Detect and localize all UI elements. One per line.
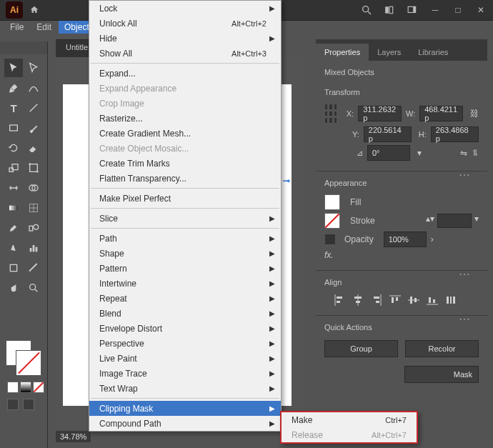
stroke-weight-stepper[interactable]: ▴▾ bbox=[426, 214, 434, 228]
shape-builder-tool-icon[interactable] bbox=[24, 179, 43, 197]
x-field[interactable]: 311.2632 p bbox=[358, 106, 402, 121]
direct-selection-tool-icon[interactable] bbox=[24, 59, 43, 77]
menu-item-gradient-mesh[interactable]: Create Gradient Mesh... bbox=[89, 126, 281, 141]
menu-item-pattern[interactable]: Pattern▶ bbox=[89, 261, 281, 276]
home-icon[interactable] bbox=[29, 5, 40, 15]
menu-item-show-all[interactable]: Show AllAlt+Ctrl+3 bbox=[89, 46, 281, 61]
more-options-icon[interactable]: ⋯ bbox=[459, 312, 472, 326]
menu-item-intertwine[interactable]: Intertwine▶ bbox=[89, 276, 281, 291]
menu-item-rasterize[interactable]: Rasterize... bbox=[89, 111, 281, 126]
menu-item-flatten-transparency[interactable]: Flatten Transparency... bbox=[89, 171, 281, 186]
gradient-tool-icon[interactable] bbox=[4, 199, 23, 217]
hand-tool-icon[interactable] bbox=[4, 279, 23, 297]
align-top-icon[interactable] bbox=[389, 294, 402, 307]
tab-layers[interactable]: Layers bbox=[369, 44, 409, 61]
artboard-tool-icon[interactable] bbox=[4, 259, 23, 277]
distribute-icon[interactable] bbox=[444, 294, 457, 307]
submenu-item-make[interactable]: MakeCtrl+7 bbox=[282, 412, 417, 427]
slice-tool-icon[interactable] bbox=[24, 259, 43, 277]
arrange-documents-icon[interactable] bbox=[383, 4, 396, 16]
align-right-icon[interactable] bbox=[370, 294, 383, 307]
stroke-swatch[interactable] bbox=[16, 350, 41, 376]
menu-item-shape[interactable]: Shape▶ bbox=[89, 246, 281, 261]
window-minimize-icon[interactable]: ─ bbox=[429, 4, 442, 16]
zoom-tool-icon[interactable] bbox=[24, 279, 43, 297]
eraser-tool-icon[interactable] bbox=[24, 139, 43, 157]
align-left-icon[interactable] bbox=[333, 294, 346, 307]
workspace-icon[interactable] bbox=[406, 4, 419, 16]
menu-item-lock[interactable]: Lock▶ bbox=[89, 1, 281, 16]
column-graph-tool-icon[interactable] bbox=[24, 239, 43, 257]
eyedropper-tool-icon[interactable] bbox=[4, 219, 23, 237]
menu-item-expand[interactable]: Expand... bbox=[89, 66, 281, 81]
blend-tool-icon[interactable] bbox=[24, 219, 43, 237]
paintbrush-tool-icon[interactable] bbox=[24, 119, 43, 137]
tab-libraries[interactable]: Libraries bbox=[409, 44, 457, 61]
fill-stroke-swatch[interactable] bbox=[6, 340, 41, 376]
menu-item-envelope-distort[interactable]: Envelope Distort▶ bbox=[89, 321, 281, 336]
stroke-weight-field[interactable] bbox=[437, 214, 472, 228]
menu-item-blend[interactable]: Blend▶ bbox=[89, 306, 281, 321]
mesh-tool-icon[interactable] bbox=[24, 199, 43, 217]
selection-tool-icon[interactable] bbox=[4, 59, 23, 77]
menu-item-unlock-all[interactable]: Unlock AllAlt+Ctrl+2 bbox=[89, 16, 281, 31]
menu-item-perspective[interactable]: Perspective▶ bbox=[89, 336, 281, 351]
group-button[interactable]: Group bbox=[324, 340, 398, 357]
rectangle-tool-icon[interactable] bbox=[4, 119, 23, 137]
link-icon[interactable]: ⛓ bbox=[470, 109, 479, 119]
menu-edit[interactable]: Edit bbox=[31, 21, 57, 34]
menu-item-live-paint[interactable]: Live Paint▶ bbox=[89, 351, 281, 366]
transform-title: Transform bbox=[324, 81, 479, 101]
opacity-dropdown-icon[interactable]: › bbox=[431, 234, 434, 244]
align-center-h-icon[interactable] bbox=[352, 294, 364, 307]
menu-item-path[interactable]: Path▶ bbox=[89, 231, 281, 246]
width-tool-icon[interactable] bbox=[4, 179, 23, 197]
fx-label[interactable]: fx. bbox=[324, 250, 334, 260]
curvature-tool-icon[interactable] bbox=[24, 79, 43, 97]
opacity-checkbox[interactable] bbox=[324, 234, 336, 245]
search-icon[interactable] bbox=[360, 4, 373, 16]
align-center-v-icon[interactable] bbox=[407, 294, 420, 307]
menu-item-repeat[interactable]: Repeat▶ bbox=[89, 291, 281, 306]
free-transform-tool-icon[interactable] bbox=[24, 159, 43, 177]
menu-file[interactable]: File bbox=[4, 21, 29, 34]
zoom-level[interactable]: 34.78% bbox=[56, 431, 91, 442]
stroke-dropdown-icon[interactable]: ▾ bbox=[474, 214, 479, 228]
screen-mode-icons[interactable] bbox=[7, 399, 34, 410]
menu-item-compound-path[interactable]: Compound Path▶ bbox=[89, 416, 281, 431]
symbol-sprayer-tool-icon[interactable] bbox=[4, 239, 23, 257]
align-bottom-icon[interactable] bbox=[426, 294, 439, 307]
window-close-icon[interactable]: ✕ bbox=[474, 4, 487, 16]
color-mode-swatches[interactable] bbox=[7, 382, 44, 393]
recolor-button[interactable]: Recolor bbox=[405, 340, 479, 357]
pen-tool-icon[interactable] bbox=[4, 79, 23, 97]
angle-dropdown-icon[interactable]: ▾ bbox=[417, 148, 422, 158]
scale-tool-icon[interactable] bbox=[4, 159, 23, 177]
type-tool-icon[interactable]: T bbox=[4, 99, 23, 117]
rotate-tool-icon[interactable] bbox=[4, 139, 23, 157]
more-options-icon[interactable]: ⋯ bbox=[459, 267, 472, 281]
more-options-icon[interactable]: ⋯ bbox=[459, 168, 472, 181]
stroke-swatch-small[interactable] bbox=[324, 213, 340, 229]
menu-item-text-wrap[interactable]: Text Wrap▶ bbox=[89, 381, 281, 396]
menu-item-slice[interactable]: Slice▶ bbox=[89, 211, 281, 226]
angle-field[interactable]: 0° bbox=[367, 145, 410, 161]
mask-button-partial[interactable]: Mask bbox=[404, 366, 479, 383]
h-field[interactable]: 263.4868 p bbox=[431, 126, 479, 142]
w-field[interactable]: 468.4211 p bbox=[419, 106, 463, 121]
fill-swatch-small[interactable] bbox=[324, 194, 340, 210]
window-maximize-icon[interactable]: □ bbox=[452, 4, 464, 16]
tab-properties[interactable]: Properties bbox=[316, 44, 369, 61]
reference-point-grid[interactable] bbox=[324, 104, 337, 124]
menu-item-hide[interactable]: Hide▶ bbox=[89, 31, 281, 46]
flip-vertical-icon[interactable]: ⥮ bbox=[472, 148, 479, 158]
opacity-field[interactable]: 100% bbox=[384, 232, 427, 247]
toolbar-grip[interactable] bbox=[0, 41, 47, 54]
menu-item-image-trace[interactable]: Image Trace▶ bbox=[89, 366, 281, 381]
menu-item-pixel-perfect[interactable]: Make Pixel Perfect bbox=[89, 191, 281, 206]
y-field[interactable]: 220.5614 p bbox=[364, 126, 412, 142]
menu-item-clipping-mask[interactable]: Clipping Mask▶ bbox=[89, 401, 281, 416]
flip-horizontal-icon[interactable]: ⇋ bbox=[460, 148, 467, 158]
line-tool-icon[interactable] bbox=[24, 99, 43, 117]
menu-item-trim-marks[interactable]: Create Trim Marks bbox=[89, 156, 281, 171]
